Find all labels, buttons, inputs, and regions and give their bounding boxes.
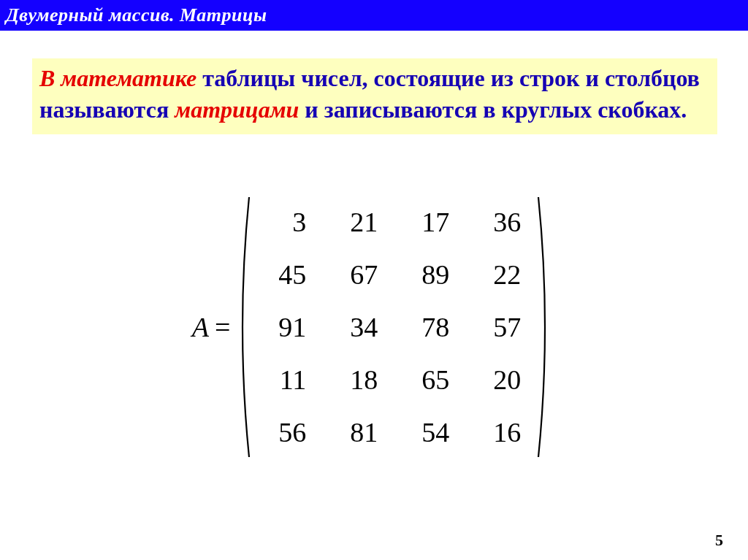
- matrix-cell: 17: [394, 196, 465, 248]
- matrix-cell: 57: [465, 301, 537, 353]
- equals-sign: =: [215, 311, 230, 343]
- matrix-cell: 89: [394, 248, 465, 301]
- table-row: 11 18 65 20: [251, 353, 537, 406]
- slide-title: Двумерный массив. Матрицы: [6, 4, 267, 26]
- matrix-cell: 34: [322, 301, 394, 353]
- right-paren-icon: [537, 196, 553, 459]
- matrix-label: A: [192, 311, 209, 343]
- definition-part2: и записываются в круглых скобках.: [299, 96, 687, 123]
- matrix-cell: 3: [251, 196, 322, 248]
- matrix-cell: 56: [251, 406, 322, 459]
- matrix-cell: 45: [251, 248, 322, 301]
- matrix-cell: 81: [322, 406, 394, 459]
- matrix-cell: 91: [251, 301, 322, 353]
- definition-lead: В математике: [39, 65, 196, 91]
- slide: Двумерный массив. Матрицы В математике т…: [0, 0, 748, 560]
- table-row: 3 21 17 36: [251, 196, 537, 248]
- matrix-cell: 22: [465, 248, 537, 301]
- matrix-cell: 65: [394, 353, 465, 406]
- table-row: 56 81 54 16: [251, 406, 537, 459]
- matrix-cell: 18: [322, 353, 394, 406]
- left-paren-icon: [234, 196, 251, 459]
- page-number: 5: [715, 531, 723, 550]
- table-row: 91 34 78 57: [251, 301, 537, 353]
- title-bar: Двумерный массив. Матрицы: [0, 0, 748, 31]
- matrix-cell: 67: [322, 248, 394, 301]
- definition-term: матрицами: [175, 96, 299, 123]
- matrix-cell: 36: [465, 196, 537, 248]
- matrix-cell: 21: [322, 196, 394, 248]
- matrix-cell: 20: [465, 353, 537, 406]
- matrix-body: 3 21 17 36 45 67 89 22 91 34 78 57: [251, 196, 537, 459]
- definition-callout: В математике таблицы чисел, состоящие из…: [32, 58, 717, 134]
- matrix-cell: 16: [465, 406, 537, 459]
- matrix-cell: 54: [394, 406, 465, 459]
- definition-text: В математике таблицы чисел, состоящие из…: [39, 63, 710, 126]
- matrix-cell: 78: [394, 301, 465, 353]
- matrix-table: 3 21 17 36 45 67 89 22 91 34 78 57: [251, 196, 537, 459]
- table-row: 45 67 89 22: [251, 248, 537, 301]
- matrix-equation: A = 3 21 17 36 45 67 89 22: [146, 196, 599, 459]
- matrix-cell: 11: [251, 353, 322, 406]
